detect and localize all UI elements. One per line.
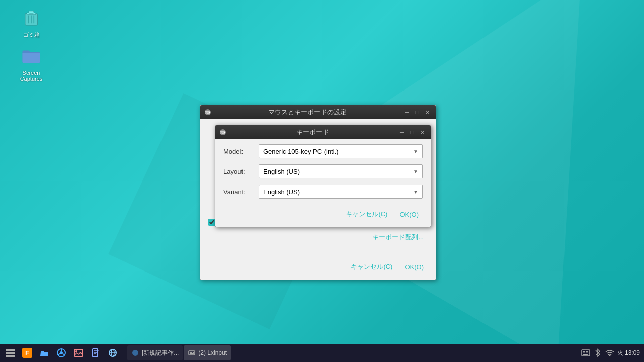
keyboard-dialog-controls: ─ □ ✕ [397,128,427,137]
svg-rect-40 [583,351,584,352]
model-select-arrow: ▼ [413,149,418,154]
taskbar: F [0,344,644,362]
wifi-tray-icon[interactable] [605,348,614,357]
layout-row: Layout: English (US) ▼ [215,163,431,179]
svg-rect-2 [29,11,34,13]
globe-icon [108,348,117,357]
keyboard-dialog-ok-button[interactable]: OK(O) [395,208,423,221]
keyboard-dialog-icon: ⌨ [219,129,226,136]
svg-rect-16 [6,355,9,357]
globe-taskbar-btn[interactable] [105,345,121,360]
main-dialog-maximize[interactable]: □ [413,108,422,117]
svg-point-33 [132,350,138,356]
svg-line-23 [63,354,65,355]
svg-rect-42 [586,351,587,352]
document-taskbar-btn[interactable] [88,345,104,360]
main-dialog-controls: ─ □ ✕ [403,108,432,117]
svg-rect-11 [9,349,12,351]
svg-rect-38 [190,353,194,354]
svg-rect-36 [191,352,192,353]
variant-row: Variant: English (US) ▼ [215,184,431,200]
task-lxinput-icon [188,349,196,357]
chrome-icon [57,348,66,357]
task-article-icon [131,349,139,357]
svg-rect-37 [193,352,194,353]
svg-point-20 [60,351,63,354]
main-dialog-minimize[interactable]: ─ [403,108,412,117]
taskbar-left: F [0,345,123,360]
image-viewer-taskbar-btn[interactable] [70,345,87,360]
svg-rect-10 [6,349,9,351]
taskbar-clock: 火 13:09 [617,349,640,357]
variant-select-arrow: ▼ [413,189,418,195]
main-dialog-close[interactable]: ✕ [423,108,432,117]
files-taskbar-btn[interactable] [36,345,52,360]
svg-rect-48 [583,354,588,355]
svg-rect-13 [6,352,9,354]
keyboard-dialog-close[interactable]: ✕ [418,128,427,137]
task-article-label: [新規記事作... [142,349,179,357]
keyboard-tray-icon[interactable] [581,348,590,357]
keyboard-layout-btn-row: キーボード配列... [208,231,428,244]
keyboard-dialog-titlebar: ⌨ キーボード ─ □ ✕ [215,125,431,139]
svg-rect-45 [584,353,585,354]
bluetooth-tray-icon[interactable] [593,348,602,357]
svg-rect-47 [587,353,588,354]
task-article-btn[interactable]: [新規記事作... [127,345,183,360]
keyboard-dialog-title: キーボード [227,128,397,137]
model-row: Model: Generic 105-key PC (intl.) ▼ [215,143,431,159]
main-dialog-ok-button[interactable]: OK(O) [400,260,428,274]
image-icon [74,348,83,357]
bluetooth-icon [595,348,601,357]
svg-rect-17 [9,355,12,357]
svg-rect-44 [583,353,584,354]
screen-captures-icon-container[interactable]: Screen Captures [11,44,51,82]
model-select[interactable]: Generic 105-key PC (intl.) ▼ [259,144,423,158]
layout-select-arrow: ▼ [413,169,418,174]
screen-captures-label: Screen Captures [11,70,51,82]
layout-select[interactable]: English (US) ▼ [259,164,423,178]
trash-icon-container[interactable]: ゴミ箱 [11,5,51,39]
beep-checkbox[interactable] [208,219,215,226]
variant-label: Variant: [223,188,259,196]
task-lxinput-btn[interactable]: (2) Lxinput [184,345,231,360]
apps-menu-button[interactable] [2,345,18,360]
svg-rect-15 [12,352,15,354]
variant-select-value: English (US) [263,188,300,196]
main-dialog-cancel-button[interactable]: キャンセル(C) [347,260,396,274]
main-dialog-titlebar: ⌨ マウスとキーボードの設定 ─ □ ✕ [200,105,436,119]
keyboard-layout-button[interactable]: キーボード配列... [368,231,428,244]
taskbar-right: 火 13:09 [577,348,644,357]
main-dialog-icon: ⌨ [204,109,211,116]
document-icon [91,348,100,357]
keyboard-indicator-icon [581,349,590,356]
apps-grid-icon [6,348,15,357]
keyboard-dialog-minimize[interactable]: ─ [397,128,407,137]
keyboard-dialog-maximize[interactable]: □ [408,128,417,137]
folder-taskbar-icon [40,348,49,357]
model-label: Model: [223,148,259,155]
keyboard-dialog-cancel-button[interactable]: キャンセル(C) [342,208,391,221]
svg-rect-24 [74,349,83,356]
keyboard-dialog: ⌨ キーボード ─ □ ✕ Model: Generic 105-key PC … [215,125,431,227]
filemanager-taskbar-btn[interactable]: F [19,345,35,360]
svg-rect-46 [586,353,587,354]
taskbar-sep-1 [124,348,124,358]
layout-label: Layout: [223,168,259,175]
chrome-taskbar-btn[interactable] [53,345,69,360]
model-select-value: Generic 105-key PC (intl.) [263,148,339,155]
taskbar-apps: [新規記事作... (2) Lxinput [125,345,233,360]
svg-text:⌨: ⌨ [220,131,226,135]
svg-text:⌨: ⌨ [205,111,211,115]
svg-rect-14 [9,352,12,354]
svg-point-49 [609,355,610,357]
trash-icon [19,5,43,29]
svg-rect-43 [587,351,588,352]
svg-line-22 [58,354,60,355]
task-lxinput-label: (2) Lxinput [198,349,227,356]
trash-label: ゴミ箱 [23,31,40,39]
variant-select[interactable]: English (US) ▼ [259,185,423,199]
wifi-icon [605,349,614,356]
svg-rect-41 [584,351,585,352]
layout-select-value: English (US) [263,168,300,175]
